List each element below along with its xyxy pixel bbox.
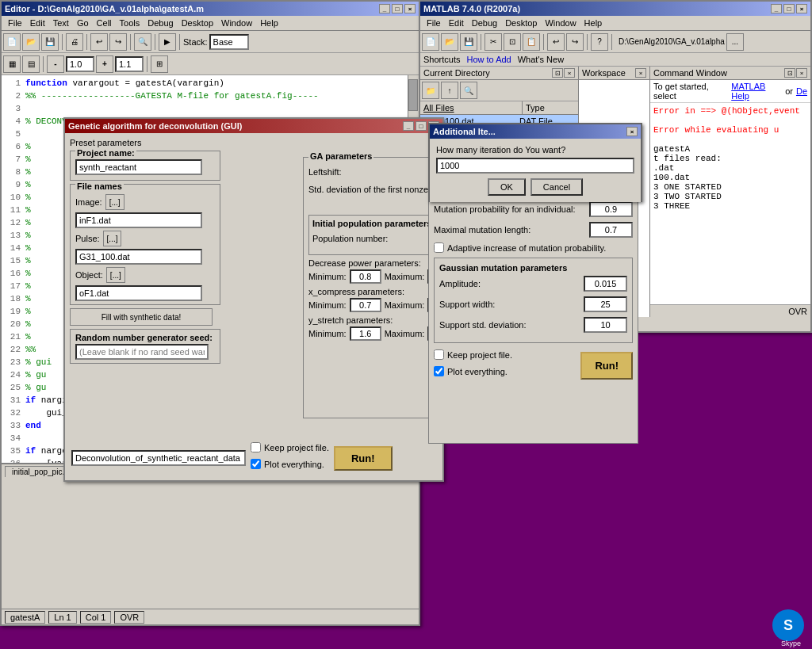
object-browse-button[interactable]: [...] [106,267,125,283]
image-browse-button[interactable]: [...] [105,194,124,210]
x-compress-min-input[interactable] [350,298,381,312]
matlab-help-button[interactable]: ? [591,33,608,51]
editor-scroll-thumb[interactable] [408,79,418,111]
run-ga-button[interactable]: Run! [334,446,393,471]
stack-input[interactable] [209,34,249,50]
additional-close[interactable]: × [626,127,638,136]
matlab-undo-button[interactable]: ↩ [547,33,565,51]
editor-minimize-button[interactable]: _ [379,4,390,13]
cell-btn-2[interactable]: ▤ [22,55,40,73]
matlab-menu-file[interactable]: File [423,17,444,29]
matlab-browse-button[interactable]: ... [726,33,744,51]
find-button[interactable]: 🔍 [134,33,151,51]
matlab-minimize-button[interactable]: _ [771,4,782,13]
ga-minimize[interactable]: _ [403,121,414,131]
editor-menu-text[interactable]: Text [50,17,72,29]
keep-project-checkbox[interactable] [251,442,261,452]
run-button[interactable]: ▶ [159,33,176,51]
editor-menu-debug[interactable]: Debug [144,17,176,29]
mutation-max-length-input[interactable] [589,222,633,238]
demos-link[interactable]: De [796,86,807,96]
run-button-mutation[interactable]: Run! [580,352,633,380]
redo-button[interactable]: ↪ [109,33,127,51]
ga-maximize[interactable]: □ [416,121,427,131]
matlab-cut-button[interactable]: ✂ [485,33,502,51]
additional-input[interactable] [436,158,634,174]
y-stretch-label: y_stretch parameters: [308,315,442,325]
editor-status-col: Col 1 [80,611,112,624]
editor-menu-cell[interactable]: Cell [94,17,115,29]
additional-ok-button[interactable]: OK [488,178,526,196]
editor-menu-file[interactable]: File [5,17,25,29]
cmd-undock[interactable]: ⊡ [784,68,795,78]
plot-everything-checkbox[interactable] [251,459,261,469]
current-dir-undock[interactable]: ⊡ [552,68,563,78]
fill-synthetic-button[interactable]: Fill with synthetic data! [70,308,213,326]
matlab-redo-button[interactable]: ↪ [566,33,584,51]
dir-new-folder[interactable]: 📁 [422,82,439,99]
matlab-save-button[interactable]: 💾 [460,33,477,51]
editor-menu-desktop[interactable]: Desktop [178,17,216,29]
matlab-restore-button[interactable]: □ [783,4,795,13]
minus-btn[interactable]: - [47,55,64,73]
all-files-header[interactable]: All Files [420,101,523,114]
save-button[interactable]: 💾 [41,33,59,51]
pulse-browse-button[interactable]: [...] [103,231,122,246]
decrease-min-input[interactable] [350,269,381,284]
dir-up[interactable]: ↑ [441,82,458,99]
project-name-input[interactable] [75,159,202,175]
new-file-button[interactable]: 📄 [3,33,21,51]
matlab-menu-edit[interactable]: Edit [446,17,467,29]
plot-everything-checkbox-2[interactable] [434,366,444,376]
matlab-new-button[interactable]: 📄 [422,33,439,51]
adaptive-checkbox[interactable] [434,242,444,253]
undo-button[interactable]: ↩ [90,33,108,51]
current-dir-close[interactable]: × [564,68,575,78]
pulse-input[interactable] [75,249,202,265]
editor-menu-edit[interactable]: Edit [27,17,48,29]
image-input[interactable] [75,212,202,228]
object-input[interactable] [75,285,202,301]
matlab-menu-desktop[interactable]: Desktop [502,17,540,29]
project-path-input[interactable] [71,450,246,466]
workspace-close[interactable]: × [635,68,646,78]
editor-maximize-button[interactable]: □ [392,4,403,13]
matlab-copy-button[interactable]: ⊡ [504,33,521,51]
matlab-menu-help[interactable]: Help [581,17,606,29]
additional-cancel-button[interactable]: Cancel [530,178,583,196]
matlab-paste-button[interactable]: 📋 [523,33,540,51]
matlab-menu-debug[interactable]: Debug [469,17,500,29]
editor-menu-window[interactable]: Window [218,17,255,29]
editor-menu-go[interactable]: Go [74,17,92,29]
print-button[interactable]: 🖨 [66,33,83,51]
support-width-input[interactable] [584,296,627,312]
matlab-close-button[interactable]: × [796,4,807,13]
pop-number-label: Population number: [312,234,432,243]
editor-menu-help[interactable]: Help [257,17,282,29]
zoom-left-input[interactable] [66,56,94,72]
editor-title: Editor - D:\GenAlg2010\GA_v.01alpha\gate… [5,4,204,13]
keep-project-checkbox-2[interactable] [434,349,444,360]
cmd-line-10: 3 TWO STARTED [653,192,807,201]
support-width-row: Support width: [439,296,627,312]
open-file-button[interactable]: 📂 [22,33,40,51]
dir-find[interactable]: 🔍 [460,82,477,99]
cmd-close[interactable]: × [796,68,807,78]
support-std-input[interactable] [584,317,627,333]
zoom-right-input[interactable] [115,56,144,72]
rand-seed-input[interactable] [75,344,209,360]
matlab-help-link[interactable]: MATLAB Help [731,82,782,101]
how-to-add-link[interactable]: How to Add [466,55,511,64]
skype-icon[interactable]: S [772,609,804,641]
editor-close-button[interactable]: × [404,4,416,13]
amplitude-input[interactable] [584,276,627,292]
mutation-prob-input[interactable] [589,201,633,217]
plus-btn[interactable]: + [96,55,113,73]
editor-menu-tools[interactable]: Tools [117,17,144,29]
command-window-output[interactable]: Error in ==> @(hObject,event Error while… [650,103,810,304]
zoom-fit-button[interactable]: ⊞ [151,55,168,73]
matlab-open-button[interactable]: 📂 [441,33,458,51]
cell-btn-1[interactable]: ▦ [3,55,21,73]
matlab-menu-window[interactable]: Window [542,17,579,29]
y-stretch-min-input[interactable] [350,326,381,341]
